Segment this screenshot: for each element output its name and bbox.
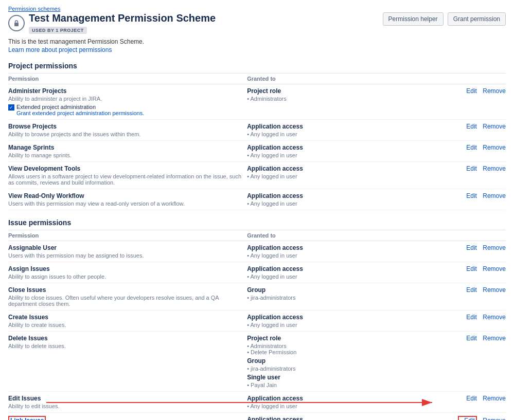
permission-helper-button[interactable]: Permission helper	[383, 12, 444, 26]
remove-link[interactable]: Remove	[483, 87, 506, 95]
granted-type: Group	[247, 357, 421, 364]
perm-name: Delete Issues	[8, 335, 247, 342]
breadcrumb[interactable]: Permission schemes	[8, 5, 506, 12]
remove-link[interactable]: Remove	[483, 265, 506, 272]
link-issues-perm-name: Link Issues	[10, 417, 44, 420]
permission-col-header: Permission	[8, 76, 247, 82]
perm-name: Administer Projects	[8, 87, 247, 95]
actions-cell: Edit Remove	[421, 286, 506, 294]
edit-link[interactable]: Edit	[466, 87, 477, 95]
granted-cell: Application access Any logged in user	[247, 314, 421, 328]
actions-col-header	[421, 232, 506, 239]
perm-name: Close Issues	[8, 286, 247, 294]
permission-cell: Assignable User Users with this permissi…	[8, 244, 247, 259]
perm-desc: Users with this permission may view a re…	[8, 200, 247, 207]
grant-permission-button[interactable]: Grant permission	[448, 12, 506, 26]
remove-link[interactable]: Remove	[483, 165, 506, 172]
remove-link[interactable]: Remove	[483, 335, 506, 342]
actions-cell: Edit Remove	[421, 265, 506, 272]
remove-link[interactable]: Remove	[483, 144, 506, 151]
project-permissions-section: Permission Granted to Administer Project…	[8, 73, 506, 210]
perm-desc: Ability to administer a project in JIRA.	[8, 96, 247, 102]
permission-col-header: Permission	[8, 232, 247, 239]
granted-item: Any logged in user	[247, 173, 421, 179]
granted-item: Delete Permission	[247, 349, 421, 355]
permission-cell: Delete Issues Ability to delete issues.	[8, 335, 247, 349]
granted-cell: Project role Administrators Delete Permi…	[247, 335, 421, 388]
actions-cell: Edit Remove	[421, 165, 506, 172]
actions-cell: Edit Remove	[421, 335, 506, 342]
remove-link[interactable]: Remove	[483, 314, 506, 321]
edit-link[interactable]: Edit	[466, 395, 477, 402]
permission-cell: Create Issues Ability to create issues.	[8, 314, 247, 328]
remove-link[interactable]: Remove	[483, 417, 506, 420]
perm-desc: Ability to delete issues.	[8, 343, 247, 349]
permission-cell: Manage Sprints Ability to manage sprints…	[8, 144, 247, 158]
granted-cell: Application access Any logged in user	[247, 192, 421, 207]
perm-desc: Ability to browse projects and the issue…	[8, 131, 247, 137]
edit-link[interactable]: Edit	[466, 314, 477, 321]
granted-type: Application access	[247, 314, 421, 321]
remove-link[interactable]: Remove	[483, 395, 506, 402]
perm-name: Assignable User	[8, 244, 247, 251]
granted-cell: Application access Any logged in user	[247, 244, 421, 259]
permission-cell: Administer Projects Ability to administe…	[8, 87, 247, 116]
permission-cell: View Read-Only Workflow Users with this …	[8, 192, 247, 207]
perm-name: View Development Tools	[8, 165, 247, 172]
granted-cell: Application access Any logged in user	[247, 265, 421, 280]
granted-item: jira-administrators	[247, 295, 421, 301]
permission-cell: Browse Projects Ability to browse projec…	[8, 123, 247, 137]
edit-link[interactable]: Edit	[466, 192, 477, 199]
remove-link[interactable]: Remove	[483, 123, 506, 130]
issue-permissions-header: Permission Granted to	[8, 230, 506, 241]
edit-link[interactable]: Edit	[466, 265, 477, 272]
extended-desc: Grant extended project administration pe…	[16, 110, 144, 116]
project-permissions-title: Project permissions	[8, 62, 506, 70]
edit-link[interactable]: Edit	[466, 165, 477, 172]
lock-icon	[8, 15, 25, 31]
perm-desc: Ability to create issues.	[8, 322, 247, 328]
edit-link[interactable]: Edit	[466, 286, 477, 294]
granted-type: Group	[247, 286, 421, 294]
perm-name: Browse Projects	[8, 123, 247, 130]
granted-item: Administrators	[247, 96, 421, 102]
perm-desc: Ability to edit issues.	[8, 403, 247, 409]
edit-link[interactable]: Edit	[466, 335, 477, 342]
edit-link[interactable]: Edit	[466, 244, 477, 251]
permission-cell: Close Issues Ability to close issues. Of…	[8, 286, 247, 307]
granted-cell: Application access Any logged in user	[247, 123, 421, 137]
remove-link[interactable]: Remove	[483, 192, 506, 199]
actions-cell: Edit Remove	[421, 314, 506, 321]
actions-col-header	[421, 76, 506, 82]
learn-more-link[interactable]: Learn more about project permissions	[8, 46, 112, 53]
table-row: View Read-Only Workflow Users with this …	[8, 189, 506, 210]
table-row: Close Issues Ability to close issues. Of…	[8, 283, 506, 311]
link-issues-row: Link Issues Ability to link issues toget…	[8, 413, 506, 420]
perm-name: Manage Sprints	[8, 144, 247, 151]
edit-link[interactable]: Edit	[466, 123, 477, 130]
page-header: Test Management Permission Scheme USED B…	[8, 12, 506, 34]
remove-link[interactable]: Remove	[483, 244, 506, 251]
perm-desc: Ability to close issues. Often useful wh…	[8, 295, 247, 307]
perm-desc: Allows users in a software project to vi…	[8, 173, 247, 186]
granted-item: Any logged in user	[247, 403, 421, 409]
granted-cell: Project role Administrators	[247, 87, 421, 102]
breadcrumb-link[interactable]: Permission schemes	[8, 6, 60, 12]
remove-link[interactable]: Remove	[483, 286, 506, 294]
granted-type: Application access	[247, 123, 421, 130]
table-row: Create Issues Ability to create issues. …	[8, 311, 506, 332]
granted-type: Application access	[247, 144, 421, 151]
issue-permissions-title: Issue permissions	[8, 218, 506, 227]
permission-cell: Assign Issues Ability to assign issues t…	[8, 265, 247, 280]
actions-cell: Edit Remove	[421, 244, 506, 251]
perm-desc: Ability to manage sprints.	[8, 152, 247, 158]
actions-cell: Edit Remove	[421, 87, 506, 95]
granted-type: Application access	[247, 265, 421, 272]
granted-type: Project role	[247, 335, 421, 342]
link-issues-edit-link[interactable]: Edit	[464, 417, 475, 420]
perm-name: Assign Issues	[8, 265, 247, 272]
edit-link[interactable]: Edit	[466, 144, 477, 151]
actions-cell: Edit Remove	[421, 395, 506, 402]
granted-item: Any logged in user	[247, 200, 421, 207]
project-permissions-header: Permission Granted to	[8, 74, 506, 84]
